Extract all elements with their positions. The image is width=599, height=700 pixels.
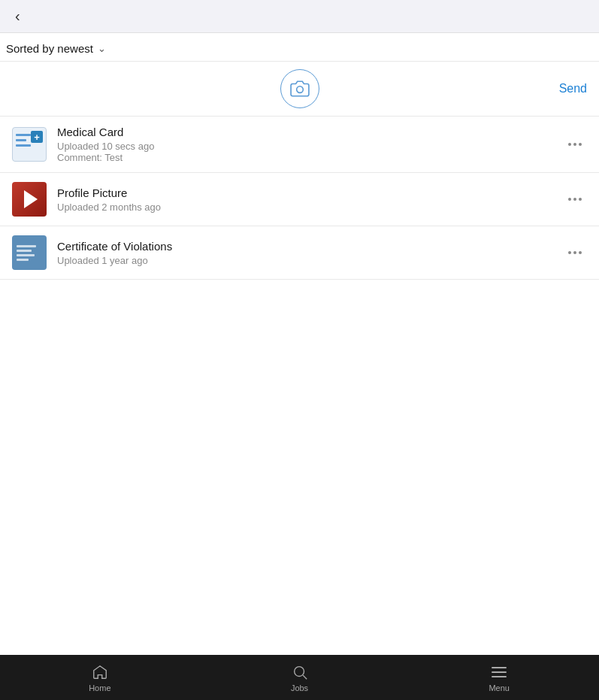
doc-title: Certificate of Violations [57, 240, 557, 253]
back-button[interactable]: ‹ [12, 5, 23, 28]
home-icon [91, 663, 109, 681]
nav-label-menu: Menu [489, 683, 510, 692]
play-arrow-icon [24, 190, 38, 208]
list-item: Medical Card Uploaded 10 secs ago Commen… [0, 117, 599, 173]
doc-info: Profile Picture Uploaded 2 months ago [57, 186, 557, 213]
doc-subtitle: Uploaded 10 secs ago [57, 141, 557, 152]
svg-point-1 [294, 666, 304, 676]
doc-info: Medical Card Uploaded 10 secs ago Commen… [57, 126, 557, 163]
menu-icon [490, 663, 508, 681]
search-icon [291, 663, 309, 681]
profile-thumb-bg [12, 182, 47, 217]
doc-title: Profile Picture [57, 186, 557, 199]
doc-menu-button[interactable] [563, 241, 587, 265]
camera-send-row: Send [0, 62, 599, 117]
nav-item-home[interactable]: Home [0, 663, 200, 692]
three-dots-icon [568, 143, 582, 146]
chevron-down-icon: ⌄ [98, 43, 106, 54]
doc-thumbnail-medical [12, 127, 47, 162]
document-list: Medical Card Uploaded 10 secs ago Commen… [0, 117, 599, 280]
nav-item-jobs[interactable]: Jobs [200, 663, 400, 692]
nav-label-jobs: Jobs [291, 683, 308, 692]
svg-point-0 [296, 86, 303, 93]
list-item: Certificate of Violations Uploaded 1 yea… [0, 226, 599, 280]
list-item: Profile Picture Uploaded 2 months ago [0, 173, 599, 226]
svg-line-2 [303, 675, 307, 679]
bottom-nav: Home Jobs Menu [0, 655, 599, 700]
three-dots-icon [568, 251, 582, 254]
cert-thumb-bg [12, 235, 47, 270]
send-button[interactable]: Send [559, 82, 587, 95]
doc-title: Medical Card [57, 126, 557, 138]
sort-bar: Sorted by newest ⌄ [0, 33, 599, 62]
header: ‹ [0, 0, 599, 33]
nav-label-home: Home [89, 683, 110, 692]
medical-card-icon [16, 131, 43, 158]
doc-thumbnail-profile [12, 182, 47, 217]
doc-comment: Comment: Test [57, 152, 557, 163]
doc-info: Certificate of Violations Uploaded 1 yea… [57, 240, 557, 266]
camera-button[interactable] [280, 69, 319, 108]
three-dots-icon [568, 198, 582, 201]
doc-menu-button[interactable] [563, 187, 587, 211]
sort-label-text: Sorted by newest [6, 42, 93, 55]
camera-icon [290, 79, 310, 98]
doc-subtitle: Uploaded 1 year ago [57, 255, 557, 266]
doc-subtitle: Uploaded 2 months ago [57, 202, 557, 213]
sort-dropdown[interactable]: Sorted by newest ⌄ [6, 42, 106, 55]
doc-thumbnail-certificate [12, 235, 47, 270]
doc-menu-button[interactable] [563, 132, 587, 156]
nav-item-menu[interactable]: Menu [399, 663, 599, 692]
